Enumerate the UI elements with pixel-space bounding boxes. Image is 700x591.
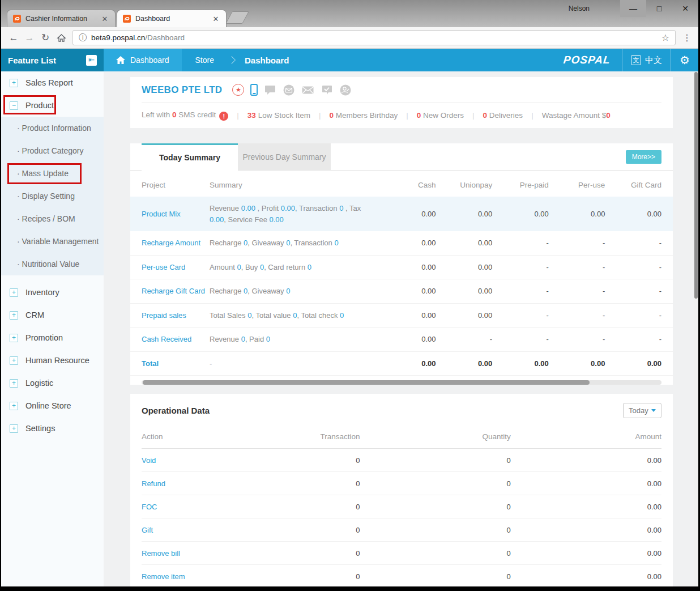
- pospal-favicon: [13, 15, 21, 23]
- project-link-recharge-gift-card[interactable]: Recharge Gift Card: [142, 287, 210, 295]
- sidebar-item-logistic[interactable]: +Logistic: [1, 372, 104, 394]
- vertical-scrollbar-thumb[interactable]: [694, 72, 698, 299]
- expand-icon[interactable]: +: [10, 79, 18, 87]
- browser-tab-cashier-information[interactable]: Cashier Information ✕: [7, 10, 116, 27]
- project-link-per-use-card[interactable]: Per-use Card: [142, 263, 210, 271]
- summary-label: , Paid: [245, 335, 266, 343]
- summary-value: 0: [340, 311, 344, 320]
- project-link-recharge-amount[interactable]: Recharge Amount: [142, 239, 210, 247]
- mail-icon[interactable]: [301, 84, 314, 96]
- summary-label: , Card return: [264, 263, 308, 271]
- cell-value: 0.00: [379, 210, 436, 218]
- feature-list-header: Feature List ⇤: [1, 49, 104, 71]
- cell-value: 0.00: [379, 311, 436, 320]
- column-header: Pre-paid: [492, 181, 549, 189]
- action-link-foc[interactable]: FOC: [142, 503, 272, 511]
- expand-icon[interactable]: +: [10, 402, 18, 410]
- sidebar-subitem-mass-update[interactable]: · Mass Update: [1, 162, 104, 185]
- sidebar-item-sales-report[interactable]: +Sales Report: [1, 71, 104, 94]
- collapse-icon[interactable]: −: [10, 101, 18, 110]
- action-link-remove-bill[interactable]: Remove bill: [142, 549, 272, 558]
- settings-gear-icon[interactable]: ⚙: [671, 49, 698, 71]
- action-link-void[interactable]: Void: [142, 456, 272, 465]
- horizontal-scrollbar-thumb[interactable]: [143, 380, 590, 385]
- nav-item-dashboard[interactable]: Dashboard: [104, 49, 182, 71]
- forward-icon[interactable]: →: [22, 32, 37, 44]
- cell-value: -: [492, 311, 549, 320]
- back-icon[interactable]: ←: [6, 32, 22, 44]
- summary-text: Recharge 0, Giveaway 0: [210, 286, 379, 297]
- reload-icon[interactable]: ↻: [37, 32, 53, 44]
- expand-icon[interactable]: +: [10, 334, 18, 342]
- page-info-icon[interactable]: ⓘ: [79, 33, 87, 43]
- phone-icon[interactable]: [250, 84, 258, 96]
- sidebar-item-product[interactable]: −Product: [1, 94, 104, 117]
- expand-icon[interactable]: +: [10, 311, 18, 320]
- project-link-prepaid-sales[interactable]: Prepaid sales: [142, 311, 210, 320]
- window-maximize-button[interactable]: □: [646, 0, 672, 17]
- signature-icon[interactable]: [339, 84, 352, 96]
- window-close-button[interactable]: ✕: [672, 0, 698, 17]
- language-switcher[interactable]: 文 中文: [622, 49, 671, 71]
- tab-previous-day-summary[interactable]: Previous Day Summary: [238, 143, 331, 170]
- expand-icon[interactable]: +: [10, 288, 18, 297]
- vertical-scrollbar[interactable]: [694, 71, 698, 586]
- sidebar-subitem-variable-management[interactable]: · Variable Management: [1, 230, 104, 253]
- star-badge-icon[interactable]: ★: [232, 84, 244, 96]
- more-button[interactable]: More>>: [626, 150, 661, 164]
- check-bubble-icon[interactable]: [321, 84, 333, 96]
- period-select[interactable]: Today: [623, 403, 661, 418]
- breadcrumb-current-label: Dashboard: [245, 56, 289, 65]
- sidebar-item-online-store[interactable]: +Online Store: [1, 394, 104, 417]
- sidebar-subitem-display-setting[interactable]: · Display Setting: [1, 185, 104, 207]
- horizontal-scrollbar[interactable]: [142, 380, 661, 385]
- url-input[interactable]: ⓘ beta9.pospal.cn/Dashboard ☆: [72, 30, 676, 45]
- sidebar-subitem-product-information[interactable]: · Product Information: [1, 117, 104, 139]
- stats-divider: |: [319, 111, 321, 120]
- table-row: Recharge AmountRecharge 0, Giveaway 0, T…: [130, 231, 673, 256]
- sidebar-item-crm[interactable]: +CRM: [1, 304, 104, 326]
- sidebar-collapse-icon[interactable]: ⇤: [86, 55, 97, 66]
- cell-value: -: [549, 239, 605, 247]
- project-link-cash-received[interactable]: Cash Received: [142, 335, 210, 343]
- browser-tab-dashboard[interactable]: Dashboard ✕: [117, 10, 227, 27]
- project-link-total[interactable]: Total: [142, 359, 210, 368]
- mail-circle-icon[interactable]: [283, 84, 295, 96]
- browser-menu-icon[interactable]: ⋮: [680, 32, 694, 43]
- tab-today-summary[interactable]: Today Summary: [142, 143, 238, 171]
- breadcrumb-store[interactable]: Store: [182, 49, 228, 71]
- action-link-refund[interactable]: Refund: [142, 479, 272, 488]
- cell-value: 0.00: [492, 359, 549, 368]
- expand-icon[interactable]: +: [10, 424, 18, 433]
- sidebar-item-human-resource[interactable]: +Human Resource: [1, 349, 104, 372]
- window-minimize-button[interactable]: —: [620, 0, 646, 17]
- sidebar-item-inventory[interactable]: +Inventory: [1, 281, 104, 304]
- expand-icon[interactable]: +: [10, 356, 18, 365]
- cell-amount: 0.00: [511, 572, 661, 581]
- summary-value: 0: [237, 263, 241, 271]
- new-tab-button[interactable]: [225, 11, 249, 24]
- cell-value: -: [549, 335, 605, 343]
- sidebar-subitem-nutritional-value[interactable]: · Nutritional Value: [1, 253, 104, 275]
- sidebar-item-settings[interactable]: +Settings: [1, 417, 104, 440]
- close-tab-icon[interactable]: ✕: [211, 15, 220, 23]
- home-icon[interactable]: [53, 33, 69, 42]
- column-header: Cash: [379, 181, 436, 189]
- summary-value: 0.00: [241, 204, 255, 212]
- summary-text: Revenue 0, Paid 0: [210, 334, 379, 345]
- chat-icon[interactable]: [264, 84, 276, 96]
- sidebar-subitem-product-category[interactable]: · Product Category: [1, 139, 104, 162]
- table-row: Cash ReceivedRevenue 0, Paid 00.00----: [130, 328, 673, 352]
- expand-icon[interactable]: +: [10, 379, 18, 388]
- bookmark-star-icon[interactable]: ☆: [661, 32, 669, 43]
- sidebar-subitem-recipes-bom[interactable]: · Recipes / BOM: [1, 207, 104, 230]
- action-link-remove-item[interactable]: Remove item: [142, 572, 272, 581]
- home-nav-icon: [116, 56, 125, 64]
- pospal-logo[interactable]: POSPAL: [551, 49, 623, 71]
- app-navbar: Feature List ⇤ Dashboard Store Dashboard…: [1, 49, 698, 71]
- close-tab-icon[interactable]: ✕: [100, 15, 109, 23]
- project-link-product-mix[interactable]: Product Mix: [142, 210, 210, 218]
- browser-profile-name[interactable]: Nelson: [569, 5, 590, 12]
- action-link-gift[interactable]: Gift: [142, 526, 272, 534]
- sidebar-item-promotion[interactable]: +Promotion: [1, 326, 104, 349]
